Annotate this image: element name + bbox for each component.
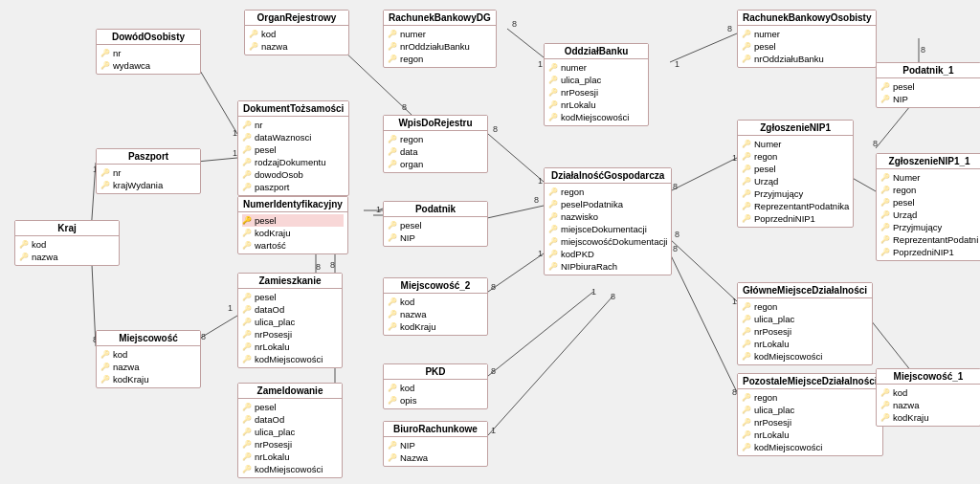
field-row: 🔑Numer: [742, 138, 849, 150]
field-icon: 🔑: [19, 253, 29, 262]
field-name: kodMiejscowości: [754, 351, 822, 362]
entity-dowodosobisty: DowódOsobisty🔑nr🔑wydawca: [96, 29, 201, 75]
field-icon: 🔑: [388, 310, 397, 319]
field-icon: 🔑: [880, 95, 890, 104]
svg-text:8: 8: [675, 230, 679, 239]
field-row: 🔑organ: [388, 158, 483, 170]
field-icon: 🔑: [242, 293, 252, 302]
field-icon: 🔑: [242, 121, 252, 130]
field-name: pesel: [400, 220, 422, 231]
field-icon: 🔑: [880, 388, 890, 398]
field-row: 🔑Przyjmujący: [880, 221, 978, 233]
field-row: 🔑nrLokalu: [742, 338, 868, 350]
field-row: 🔑krajWydania: [100, 179, 196, 191]
field-name: numer: [400, 29, 426, 39]
svg-text:1: 1: [376, 205, 381, 214]
field-row: 🔑kodMiejscowości: [742, 441, 879, 453]
field-icon: 🔑: [388, 135, 397, 144]
field-row: 🔑pesel: [242, 214, 344, 227]
field-name: wydawca: [113, 60, 150, 71]
field-icon: 🔑: [388, 55, 397, 64]
field-icon: 🔑: [242, 170, 252, 180]
field-icon: 🔑: [242, 229, 252, 238]
field-icon: 🔑: [242, 415, 252, 425]
field-row: 🔑numer: [388, 28, 492, 40]
entity-wpisdorejestr: WpisDoRejestru🔑regon🔑data🔑organ: [383, 115, 488, 173]
field-name: ReprezentantPodatni: [893, 234, 978, 245]
field-icon: 🔑: [242, 330, 252, 340]
field-row: 🔑regon: [548, 186, 667, 198]
field-name: nrPosesji: [255, 439, 292, 450]
field-icon: 🔑: [880, 186, 890, 195]
field-icon: 🔑: [388, 384, 397, 393]
field-row: 🔑wydawca: [100, 59, 196, 72]
entity-zameldowanie: Zameldowanie🔑pesel🔑dataOd🔑ulica_plac🔑nrP…: [237, 383, 343, 478]
svg-text:8: 8: [330, 260, 335, 270]
field-row: 🔑nrPosesji: [242, 328, 338, 341]
field-name: PoprzedniNIP1: [893, 247, 954, 257]
field-row: 🔑Numer: [880, 171, 978, 184]
field-name: opis: [400, 395, 416, 406]
field-icon: 🔑: [548, 113, 558, 122]
field-row: 🔑wartość: [242, 239, 344, 252]
field-row: 🔑kod: [249, 28, 345, 40]
field-name: nazwa: [400, 309, 426, 319]
field-row: 🔑kodKraju: [880, 411, 976, 424]
field-name: nrPosesji: [754, 417, 791, 428]
entity-title-podatnik1: Podatnik_1: [877, 63, 980, 78]
field-row: 🔑ReprezentantPodatni: [880, 233, 978, 246]
entity-oddzialbanku: OddziałBanku🔑numer🔑ulica_plac🔑nrPosesji🔑…: [544, 43, 649, 126]
field-icon: 🔑: [742, 352, 751, 362]
field-row: 🔑data: [388, 145, 483, 158]
field-name: rodzajDokumentu: [255, 157, 325, 167]
field-icon: 🔑: [742, 302, 751, 312]
field-row: 🔑ulica_plac: [548, 74, 644, 86]
field-name: pesel: [255, 215, 277, 226]
field-icon: 🔑: [742, 55, 751, 64]
field-row: 🔑nr: [242, 119, 345, 131]
entity-body-dzialalnoscgospodarcza: 🔑regon🔑peselPodatnika🔑nazwisko🔑miejsceDo…: [545, 184, 671, 275]
field-icon: 🔑: [548, 212, 558, 222]
entity-numeridentyfikacyjny: NumerIdentyfikacyjny🔑pesel🔑kodKraju🔑wart…: [237, 196, 348, 254]
svg-text:8: 8: [921, 45, 925, 55]
field-row: 🔑nrLokalu: [742, 429, 879, 441]
field-row: 🔑nrLokalu: [242, 451, 338, 463]
field-row: 🔑Urząd: [880, 209, 978, 221]
field-icon: 🔑: [242, 318, 252, 327]
entity-dokumenttozsamosci: DokumentTożsamości🔑nr🔑dataWaznosci🔑pesel…: [237, 100, 349, 196]
field-icon: 🔑: [742, 42, 751, 52]
entity-title-miejscowosc2: Miejscowość_2: [384, 278, 487, 294]
entity-title-pozostalemiejscedzialalnosci: PozostaleMiejsceDziałalności: [738, 374, 882, 389]
field-name: pesel: [893, 81, 915, 92]
field-name: kodMiejscowości: [754, 442, 822, 452]
field-row: 🔑opis: [388, 394, 483, 407]
field-row: 🔑ReprezentantPodatnika: [742, 200, 849, 212]
field-row: 🔑pesel: [242, 401, 338, 413]
field-name: regon: [893, 185, 916, 195]
field-name: kod: [400, 297, 414, 307]
entity-body-organrejestrowy: 🔑kod🔑nazwa: [245, 26, 348, 55]
field-row: 🔑pesel: [742, 163, 849, 175]
svg-text:8: 8: [673, 244, 678, 253]
svg-text:8: 8: [673, 182, 678, 191]
entity-paszport: Paszport🔑nr🔑krajWydania: [96, 148, 201, 194]
svg-line-30: [670, 158, 737, 191]
svg-text:8: 8: [611, 292, 615, 301]
field-row: 🔑nrOddziałuBanku: [742, 53, 872, 65]
entity-title-miejscowosc1: Miejscowość_1: [877, 369, 980, 385]
field-icon: 🔑: [100, 363, 110, 372]
entity-title-zamieszkanie: Zamieszkanie: [238, 274, 342, 289]
field-name: kodMiejscowości: [561, 112, 629, 122]
field-name: dataOd: [255, 414, 284, 425]
field-row: 🔑miejsceDokumentacji: [548, 223, 667, 235]
entity-pkd: PKD🔑kod🔑opis: [383, 363, 488, 409]
field-row: 🔑Przyjmujący: [742, 187, 849, 200]
field-icon: 🔑: [249, 42, 258, 52]
entity-zamieszkanie: Zamieszkanie🔑pesel🔑dataOd🔑ulica_plac🔑nrP…: [237, 273, 343, 368]
field-name: NIP: [893, 94, 908, 104]
field-name: NIP: [400, 440, 415, 451]
field-name: nazwa: [113, 362, 139, 372]
field-name: regon: [400, 54, 423, 64]
field-name: regon: [561, 187, 584, 197]
field-row: 🔑miejscowośćDokumentacji: [548, 235, 667, 248]
